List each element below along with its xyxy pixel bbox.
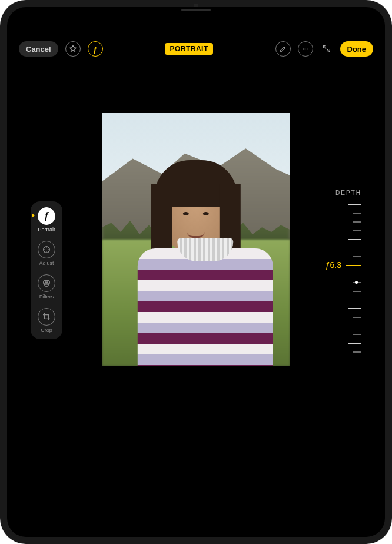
- depth-tick: [353, 317, 361, 318]
- depth-tick: [348, 239, 361, 240]
- depth-tick: [346, 265, 361, 266]
- depth-title: DEPTH: [335, 190, 361, 196]
- top-toolbar: Cancel ƒ PORTRAIT: [7, 39, 385, 59]
- crop-icon: [38, 308, 55, 326]
- depth-slider[interactable]: ƒ6.3: [344, 204, 361, 351]
- depth-tick: [353, 256, 361, 257]
- svg-marker-0: [69, 45, 76, 52]
- filters-icon: [38, 274, 55, 292]
- done-button[interactable]: Done: [340, 41, 374, 57]
- depth-panel: DEPTH ƒ6.3: [320, 190, 361, 351]
- depth-tick: [353, 248, 361, 249]
- depth-value: ƒ6.3: [325, 260, 341, 270]
- fullscreen-button[interactable]: [320, 42, 333, 55]
- ipad-frame: Cancel ƒ PORTRAIT: [0, 0, 392, 544]
- depth-tick: [353, 326, 361, 327]
- toolbar-left-group: Cancel ƒ: [19, 41, 103, 57]
- screen: Cancel ƒ PORTRAIT: [7, 7, 385, 537]
- depth-origin-dot: [355, 281, 358, 284]
- aperture-icon: ƒ: [38, 207, 55, 225]
- tool-label: Filters: [39, 294, 54, 300]
- markup-button[interactable]: [275, 41, 291, 57]
- depth-tick: [353, 213, 361, 214]
- toolbar-center: PORTRAIT: [103, 43, 275, 55]
- tool-crop[interactable]: Crop: [38, 308, 55, 333]
- active-marker: [32, 213, 35, 218]
- depth-tick: [353, 334, 361, 336]
- depth-tick: [353, 291, 361, 292]
- depth-tick: [348, 274, 361, 275]
- cancel-button[interactable]: Cancel: [19, 41, 58, 57]
- depth-tick: [353, 300, 361, 301]
- tool-adjust[interactable]: Adjust: [38, 241, 55, 266]
- edit-tools-sidebar: ƒ Portrait Adjust Fi: [31, 201, 62, 339]
- photo-subject: [138, 166, 254, 366]
- toolbar-right-group: Done: [275, 41, 374, 57]
- depth-tick: [353, 351, 361, 353]
- tool-filters[interactable]: Filters: [38, 274, 55, 300]
- depth-tick: [348, 204, 361, 205]
- photo-preview[interactable]: [102, 113, 290, 366]
- depth-tick: [348, 343, 361, 344]
- tool-portrait[interactable]: ƒ Portrait: [38, 207, 55, 233]
- depth-toggle-button[interactable]: ƒ: [88, 41, 103, 57]
- more-button[interactable]: [298, 41, 313, 57]
- depth-tick: [353, 221, 361, 223]
- svg-point-3: [307, 48, 308, 49]
- svg-point-2: [305, 48, 306, 49]
- adjust-icon: [38, 241, 55, 258]
- tool-label: Portrait: [38, 227, 55, 233]
- depth-tick: [348, 308, 361, 309]
- tool-label: Crop: [41, 327, 52, 333]
- svg-point-1: [303, 48, 304, 49]
- tool-label: Adjust: [39, 260, 54, 266]
- depth-tick: [353, 230, 361, 231]
- lighting-button[interactable]: [65, 41, 81, 57]
- mode-badge[interactable]: PORTRAIT: [165, 43, 212, 55]
